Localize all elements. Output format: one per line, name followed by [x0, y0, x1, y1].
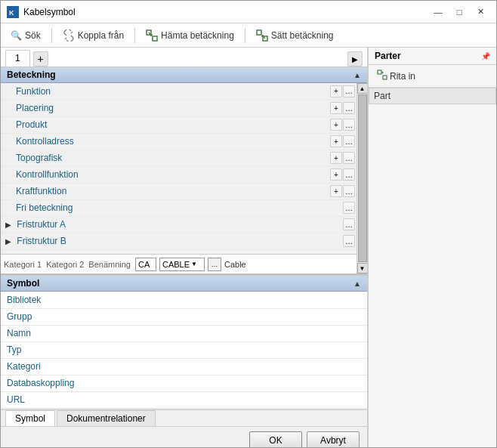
- svg-rect-11: [383, 76, 387, 79]
- vertical-scrollbar[interactable]: ▲ ▼: [357, 83, 367, 273]
- parter-column-header: Part: [369, 88, 496, 104]
- row-label: Produkt: [1, 116, 91, 133]
- row-add-btn[interactable]: +: [330, 119, 342, 131]
- row-value[interactable]: [91, 216, 329, 233]
- parter-title: Parter: [375, 51, 401, 61]
- search-button[interactable]: 🔍 Sök: [5, 27, 45, 44]
- beteckning-header: Beteckning ▲: [1, 67, 367, 83]
- row-value[interactable]: [91, 199, 329, 216]
- beteckning-scroll[interactable]: Funktion + …: [1, 83, 357, 254]
- left-panel: 1 + ▶ Beteckning ▲: [1, 48, 368, 447]
- row-actions: …: [329, 216, 357, 233]
- symbol-label: Grupp: [1, 308, 91, 325]
- rita-in-button[interactable]: Rita in: [373, 68, 419, 84]
- svg-rect-5: [153, 36, 157, 41]
- row-more-btn[interactable]: …: [343, 185, 355, 197]
- separator-3: [245, 28, 245, 43]
- row-add-btn[interactable]: +: [330, 152, 342, 164]
- ok-button[interactable]: OK: [249, 431, 302, 448]
- symbol-value[interactable]: [91, 358, 367, 375]
- symbol-value[interactable]: [91, 375, 367, 391]
- row-add-btn[interactable]: +: [330, 168, 342, 181]
- symbol-label: Typ: [1, 341, 91, 358]
- row-value[interactable]: [91, 233, 329, 249]
- tab-add-button[interactable]: +: [33, 51, 48, 66]
- row-actions: …: [329, 233, 357, 249]
- beteckning-title: Beteckning: [7, 70, 56, 80]
- symbol-value[interactable]: [91, 391, 367, 408]
- scroll-down-btn[interactable]: ▼: [357, 263, 368, 273]
- tab-1[interactable]: 1: [5, 50, 30, 66]
- unlink-button[interactable]: Koppla från: [58, 27, 128, 44]
- row-actions: + …: [329, 166, 357, 183]
- kat1-label: Kategori 1: [4, 260, 42, 269]
- scroll-up-btn[interactable]: ▲: [357, 83, 368, 94]
- svg-rect-10: [378, 70, 381, 74]
- search-icon: 🔍: [10, 29, 22, 42]
- row-label: Kraftfunktion: [1, 183, 91, 199]
- row-add-btn[interactable]: +: [330, 102, 342, 114]
- symbol-value[interactable]: [91, 325, 367, 341]
- symbol-label: URL: [1, 391, 91, 408]
- row-add-btn[interactable]: +: [330, 185, 342, 197]
- tab-symbol[interactable]: Symbol: [5, 410, 55, 426]
- separator-1: [51, 28, 52, 43]
- maximize-button[interactable]: □: [449, 5, 469, 19]
- table-row: Kontrolladress + …: [1, 133, 357, 150]
- row-more-btn[interactable]: …: [343, 135, 355, 147]
- table-row-fristruktur-a: ▶ Fristruktur A …: [1, 216, 357, 233]
- cable-dropdown[interactable]: CABLE ▼: [159, 258, 205, 271]
- symbol-value[interactable]: [91, 292, 367, 308]
- row-value[interactable]: [91, 166, 329, 183]
- row-value[interactable]: [91, 150, 329, 166]
- table-row: Fri beteckning …: [1, 199, 357, 216]
- ca-input[interactable]: [135, 258, 156, 271]
- row-value[interactable]: [91, 83, 329, 100]
- tab-scroll-button[interactable]: ▶: [347, 51, 363, 66]
- expand-arrow-a[interactable]: ▶: [5, 221, 11, 229]
- symbol-collapse-icon[interactable]: ▲: [353, 280, 361, 288]
- close-button[interactable]: ✕: [471, 5, 490, 19]
- symbol-label: Namn: [1, 325, 91, 341]
- table-row: Kraftfunktion + …: [1, 183, 357, 199]
- tab-dokumentrelationer[interactable]: Dokumentrelationer: [57, 410, 156, 426]
- minimize-button[interactable]: —: [428, 5, 448, 19]
- table-bottom-row: Kategori 1 Kategori 2 Benämning CABLE ▼ …: [1, 254, 357, 273]
- row-more-btn[interactable]: …: [343, 218, 355, 230]
- row-more-btn[interactable]: …: [343, 119, 355, 131]
- row-value[interactable]: [91, 116, 329, 133]
- row-more-btn[interactable]: …: [343, 152, 355, 164]
- row-label: ▶ Fristruktur B: [1, 233, 91, 249]
- separator-2: [134, 28, 135, 43]
- scroll-thumb[interactable]: [358, 94, 367, 262]
- svg-rect-7: [257, 30, 261, 35]
- set-button[interactable]: Sätt betäckning: [252, 27, 338, 44]
- row-more-btn[interactable]: …: [343, 102, 355, 114]
- cable-more-btn[interactable]: …: [208, 258, 221, 271]
- symbol-value[interactable]: [91, 308, 367, 325]
- row-add-btn[interactable]: +: [330, 135, 342, 147]
- dialog-footer: OK Avbryt: [1, 426, 367, 448]
- pin-icon[interactable]: 📌: [481, 52, 490, 60]
- row-more-btn[interactable]: …: [343, 202, 355, 214]
- beteckning-collapse-icon[interactable]: ▲: [353, 71, 361, 79]
- symbol-row-kategori: Kategori: [1, 358, 367, 375]
- unlink-icon: [63, 29, 75, 42]
- expand-arrow-b[interactable]: ▶: [5, 237, 11, 246]
- row-value[interactable]: [91, 100, 329, 116]
- symbol-value[interactable]: [91, 341, 367, 358]
- symbol-section: Symbol ▲ Bibliotek Grupp: [1, 275, 367, 409]
- fetch-button[interactable]: Hämta betäckning: [141, 27, 239, 44]
- row-add-btn[interactable]: +: [330, 85, 342, 97]
- rita-in-label: Rita in: [390, 71, 415, 82]
- cancel-button[interactable]: Avbryt: [307, 431, 360, 448]
- row-label: Kontrolladress: [1, 133, 91, 150]
- symbol-row-bibliotek: Bibliotek: [1, 292, 367, 308]
- row-value[interactable]: [91, 133, 329, 150]
- row-more-btn[interactable]: …: [343, 85, 355, 97]
- row-more-btn[interactable]: …: [343, 235, 355, 247]
- cable-text: Cable: [224, 260, 246, 269]
- parter-toolbar: Rita in: [369, 65, 496, 88]
- row-value[interactable]: [91, 183, 329, 199]
- row-more-btn[interactable]: …: [343, 168, 355, 181]
